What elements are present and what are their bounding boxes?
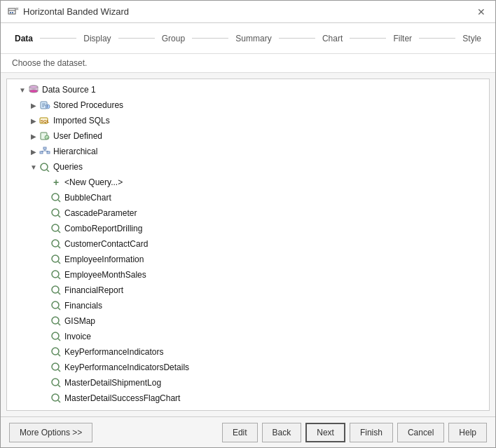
tree-query-financialreport[interactable]: ▶ FinancialReport — [7, 283, 489, 298]
step-filter[interactable]: Filter — [390, 34, 415, 43]
svg-line-56 — [58, 385, 60, 387]
svg-line-52 — [58, 354, 60, 356]
svg-rect-3 — [12, 12, 13, 13]
svg-point-35 — [52, 224, 59, 231]
tree-query-comboreportdrilling[interactable]: ▶ ComboReportDrilling — [7, 221, 489, 236]
query-label-5: EmployeeInformation — [64, 254, 144, 264]
step-chart[interactable]: Chart — [319, 34, 345, 43]
wizard-window: Horizontal Banded Wizard ✕ Data Display … — [0, 0, 496, 448]
query-label-6: EmployeeMonthSales — [64, 270, 146, 280]
edit-button[interactable]: Edit — [222, 423, 258, 442]
query-icon-2 — [50, 208, 62, 219]
tree-hierarchical[interactable]: ▶ Hierarchical — [7, 144, 489, 159]
tree-query-gismap[interactable]: ▶ GISMap — [7, 313, 489, 329]
svg-line-46 — [58, 308, 60, 310]
tree-datasource[interactable]: ▼ Data Source 1 — [7, 82, 489, 97]
tree-stored-procedures[interactable]: ▶ f Stored Procedures — [7, 97, 489, 113]
title-bar-left: Horizontal Banded Wizard — [8, 6, 129, 18]
finish-button[interactable]: Finish — [350, 423, 393, 442]
tree-imported-sqls[interactable]: ▶ SQL Imported SQLs — [7, 113, 489, 128]
expand-hier-icon[interactable]: ▶ — [29, 147, 38, 156]
query-label-11: KeyPerformanceIndicators — [64, 347, 163, 357]
hier-icon — [39, 146, 50, 157]
svg-point-47 — [52, 317, 59, 324]
datasource-icon — [28, 84, 39, 95]
svg-line-50 — [58, 339, 60, 341]
svg-line-38 — [58, 246, 60, 248]
tree-queries[interactable]: ▼ Queries — [7, 159, 489, 175]
svg-point-43 — [52, 286, 59, 293]
expand-ud-icon[interactable]: ▶ — [29, 132, 38, 140]
sql-label: Imported SQLs — [53, 116, 110, 125]
expand-datasource-icon[interactable]: ▼ — [18, 86, 27, 94]
expand-sp-icon[interactable]: ▶ — [29, 101, 38, 109]
tree-query-customercontactcard[interactable]: ▶ CustomerContactCard — [7, 236, 489, 252]
step-group[interactable]: Group — [159, 34, 188, 43]
sp-icon: f — [39, 100, 50, 111]
content-area: ▼ Data Source 1 ▶ — [6, 79, 490, 411]
close-button[interactable]: ✕ — [474, 5, 488, 19]
expand-sql-icon[interactable]: ▶ — [29, 116, 38, 125]
svg-line-32 — [58, 200, 60, 202]
query-icon-8 — [50, 300, 62, 311]
svg-rect-2 — [10, 12, 11, 13]
ud-label: User Defined — [53, 131, 102, 141]
subtitle: Choose the dataset. — [1, 54, 495, 73]
tree-query-bubblechart[interactable]: ▶ BubbleChart — [7, 190, 489, 205]
tree-query-masterdetailshipment[interactable]: ▶ MasterDetailShipmentLog — [7, 375, 489, 391]
query-label-8: Financials — [64, 301, 102, 311]
tree-container[interactable]: ▼ Data Source 1 ▶ — [7, 79, 489, 410]
step-display[interactable]: Display — [81, 34, 113, 43]
svg-line-34 — [58, 215, 60, 217]
step-style[interactable]: Style — [460, 34, 484, 43]
wizard-footer: More Options >> Edit Back Next Finish Ca… — [1, 416, 495, 447]
expand-queries-icon[interactable]: ▼ — [29, 163, 38, 171]
help-button[interactable]: Help — [448, 423, 487, 442]
cancel-button[interactable]: Cancel — [397, 423, 444, 442]
step-data[interactable]: Data — [12, 34, 36, 43]
query-icon-11 — [50, 346, 62, 358]
steps-row: Data Display Group Summary Chart Filter … — [12, 34, 484, 43]
svg-text:✓: ✓ — [46, 136, 49, 140]
query-icon-12 — [50, 362, 62, 373]
tree-query-kpi[interactable]: ▶ KeyPerformanceIndicators — [7, 344, 489, 360]
svg-line-48 — [58, 323, 60, 325]
window-title: Horizontal Banded Wizard — [23, 6, 129, 17]
query-icon-3 — [50, 223, 62, 234]
query-icon-13 — [50, 377, 62, 388]
ud-icon: ✓ — [39, 130, 50, 142]
query-icon-9 — [50, 315, 62, 327]
svg-text:SQL: SQL — [41, 119, 50, 123]
step-summary[interactable]: Summary — [233, 34, 274, 43]
tree-new-query[interactable]: ▶ + <New Query...> — [7, 175, 489, 190]
tree-query-masterdetailsuccess[interactable]: ▶ MasterDetailSuccessFlagChart — [7, 391, 489, 406]
svg-line-28 — [45, 151, 48, 151]
query-label-9: GISMap — [64, 316, 95, 326]
query-label-14: MasterDetailSuccessFlagChart — [64, 393, 180, 403]
tree-user-defined[interactable]: ▶ ✓ User Defined — [7, 128, 489, 144]
svg-point-39 — [52, 255, 59, 262]
datasource-label: Data Source 1 — [42, 85, 96, 95]
more-options-button[interactable]: More Options >> — [9, 423, 92, 442]
svg-rect-24 — [40, 151, 43, 154]
tree-query-financials[interactable]: ▶ Financials — [7, 298, 489, 313]
svg-line-54 — [58, 369, 60, 372]
svg-line-42 — [58, 277, 60, 279]
new-query-icon: + — [50, 177, 62, 188]
query-icon-7 — [50, 285, 62, 296]
svg-point-31 — [52, 194, 59, 201]
back-button[interactable]: Back — [262, 423, 302, 442]
sql-icon: SQL — [39, 115, 50, 126]
query-label-13: MasterDetailShipmentLog — [64, 378, 161, 388]
tree-query-employeemonthsales[interactable]: ▶ EmployeeMonthSales — [7, 267, 489, 283]
query-label-7: FinancialReport — [64, 285, 123, 295]
title-bar: Horizontal Banded Wizard ✕ — [1, 1, 495, 23]
tree-query-employeeinformation[interactable]: ▶ EmployeeInformation — [7, 252, 489, 267]
next-button[interactable]: Next — [305, 423, 345, 442]
tree-query-cascadeparameter[interactable]: ▶ CascadeParameter — [7, 205, 489, 221]
svg-point-33 — [52, 209, 59, 216]
tree-query-kpidetails[interactable]: ▶ KeyPerformanceIndicatorsDetails — [7, 360, 489, 375]
query-icon-5 — [50, 254, 62, 265]
tree-query-invoice[interactable]: ▶ Invoice — [7, 329, 489, 344]
svg-point-41 — [52, 271, 59, 278]
